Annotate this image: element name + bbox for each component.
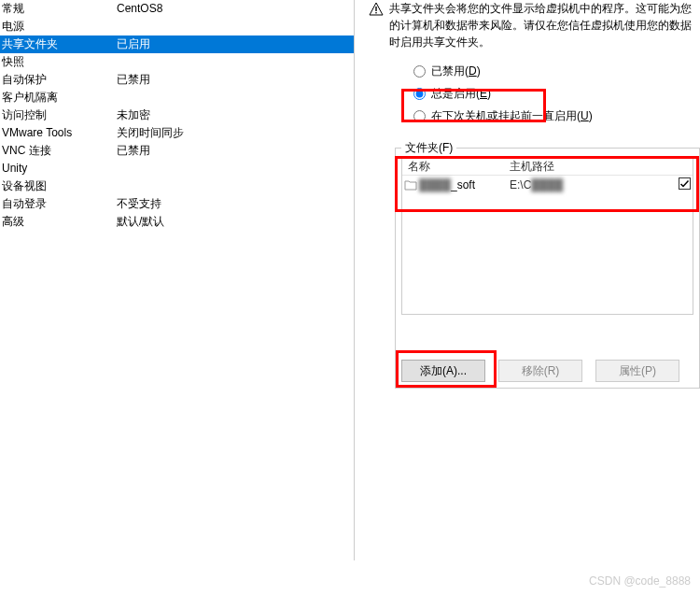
sidebar-item-value: [117, 177, 354, 195]
radio-disabled[interactable]: 已禁用(D): [413, 60, 700, 82]
sidebar-item-label: 客户机隔离: [0, 89, 117, 106]
radio-disabled-label: 已禁用(D): [431, 64, 481, 79]
radio-disabled-input[interactable]: [413, 65, 426, 78]
sidebar-item-label: 常规: [0, 0, 117, 18]
folders-legend: 文件夹(F): [401, 140, 456, 156]
warning-icon: [369, 2, 384, 17]
sidebar-item-value: 关闭时间同步: [117, 124, 354, 142]
radio-until-off-label: 在下次关机或挂起前一直启用(U): [431, 108, 593, 124]
folders-list-header: 名称 主机路径: [402, 157, 693, 176]
watermark: CSDN @code_8888: [589, 574, 691, 588]
sidebar-item-value: 已启用: [117, 35, 354, 53]
warning-row: 共享文件夹会将您的文件显示给虚拟机中的程序。这可能为您的计算机和数据带来风险。请…: [369, 0, 700, 60]
sidebar-item-label: VNC 连接: [0, 142, 117, 160]
sidebar-item-value: [117, 18, 354, 35]
radio-until-off[interactable]: 在下次关机或挂起前一直启用(U): [413, 105, 700, 127]
sidebar-item-label: 共享文件夹: [0, 35, 117, 53]
sidebar-item[interactable]: 设备视图: [0, 177, 354, 195]
sidebar-item-value: 不受支持: [117, 195, 354, 213]
enable-mode-radio-group: 已禁用(D) 总是启用(E) 在下次关机或挂起前一直启用(U): [369, 60, 700, 127]
properties-button[interactable]: 属性(P): [595, 360, 679, 382]
sidebar-item-label: Unity: [0, 160, 117, 177]
sidebar-item-label: 自动登录: [0, 195, 117, 213]
sidebar-item-label: 高级: [0, 213, 117, 231]
sidebar-item[interactable]: Unity: [0, 160, 354, 177]
sidebar-item[interactable]: 自动保护已禁用: [0, 71, 354, 89]
sidebar-item-value: [117, 53, 354, 71]
folder-buttons-row: 添加(A)... 移除(R) 属性(P): [401, 360, 693, 382]
sidebar-item[interactable]: 共享文件夹已启用: [0, 35, 354, 53]
sidebar-item-value: 已禁用: [117, 71, 354, 89]
sidebar-item-label: 设备视图: [0, 177, 117, 195]
sidebar-item-label: VMware Tools: [0, 124, 117, 142]
folders-fieldset: 文件夹(F) 名称 主机路径 ████_soft E:\C████: [395, 148, 700, 389]
sidebar-item-value: CentOS8: [117, 0, 354, 18]
sidebar-item-value: 未加密: [117, 106, 354, 124]
radio-until-off-input[interactable]: [413, 110, 426, 122]
folder-host-path: E:\C████: [510, 178, 676, 191]
shared-folders-panel: 共享文件夹会将您的文件显示给虚拟机中的程序。这可能为您的计算机和数据带来风险。请…: [369, 0, 700, 560]
add-button[interactable]: 添加(A)...: [401, 360, 485, 382]
sidebar-item-value: [117, 89, 354, 106]
radio-always-label: 总是启用(E): [431, 86, 491, 102]
sidebar-item-label: 访问控制: [0, 106, 117, 124]
table-row[interactable]: ████_soft E:\C████: [402, 176, 693, 194]
sidebar-item[interactable]: 电源: [0, 18, 354, 35]
sidebar-item-value: 默认/默认: [117, 213, 354, 231]
sidebar-item-label: 自动保护: [0, 71, 117, 89]
sidebar-item[interactable]: VMware Tools关闭时间同步: [0, 124, 354, 142]
sidebar-item[interactable]: 常规CentOS8: [0, 0, 354, 18]
sidebar-item-label: 电源: [0, 18, 117, 35]
folders-list[interactable]: 名称 主机路径 ████_soft E:\C████: [401, 156, 693, 315]
sidebar-item[interactable]: 访问控制未加密: [0, 106, 354, 124]
sidebar-item[interactable]: VNC 连接已禁用: [0, 142, 354, 160]
radio-always[interactable]: 总是启用(E): [413, 82, 700, 105]
svg-rect-1: [375, 12, 376, 13]
sidebar-item-value: 已禁用: [117, 142, 354, 160]
folder-enabled-checkbox[interactable]: [676, 177, 693, 192]
remove-button[interactable]: 移除(R): [498, 360, 582, 382]
sidebar-item-label: 快照: [0, 53, 117, 71]
folder-icon: [404, 178, 417, 191]
svg-rect-2: [679, 178, 690, 190]
svg-rect-0: [375, 7, 376, 11]
sidebar-item[interactable]: 客户机隔离: [0, 89, 354, 106]
sidebar-item[interactable]: 高级默认/默认: [0, 213, 354, 231]
radio-always-input[interactable]: [413, 88, 426, 100]
sidebar-item-value: [117, 160, 354, 177]
sidebar-item[interactable]: 快照: [0, 53, 354, 71]
column-host[interactable]: 主机路径: [510, 157, 693, 175]
settings-sidebar: 常规CentOS8电源共享文件夹已启用快照自动保护已禁用客户机隔离访问控制未加密…: [0, 0, 355, 560]
sidebar-item[interactable]: 自动登录不受支持: [0, 195, 354, 213]
warning-text: 共享文件夹会将您的文件显示给虚拟机中的程序。这可能为您的计算机和数据带来风险。请…: [389, 0, 700, 50]
column-name[interactable]: 名称: [402, 157, 510, 175]
folder-name: ████_soft: [419, 178, 475, 191]
